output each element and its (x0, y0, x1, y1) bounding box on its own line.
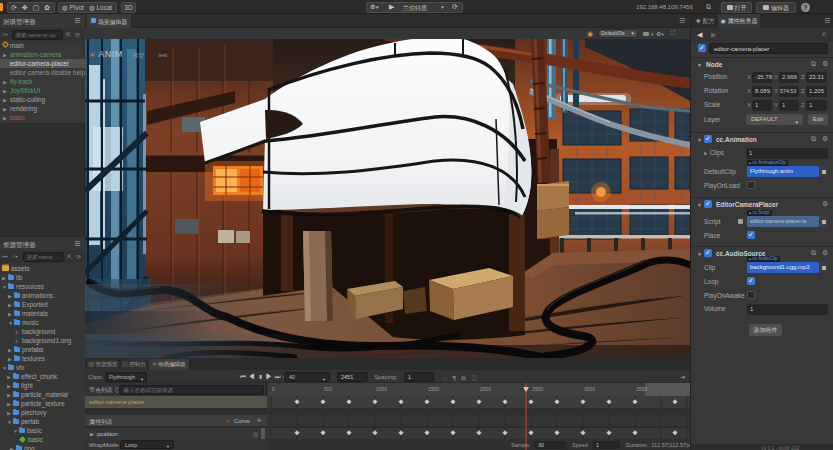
svg-text:Speed: Speed (572, 442, 588, 448)
svg-text:500: 500 (324, 386, 333, 392)
svg-text:3000: 3000 (584, 386, 595, 392)
svg-text:30: 30 (538, 442, 544, 448)
svg-text:1000: 1000 (376, 386, 387, 392)
svg-text:1500: 1500 (428, 386, 439, 392)
svg-text:1: 1 (596, 442, 599, 448)
svg-text:2000: 2000 (480, 386, 491, 392)
svg-text:3500: 3500 (636, 386, 647, 392)
svg-text:0: 0 (272, 386, 275, 392)
svg-text:Duration : 112.57(112.57)s: Duration : 112.57(112.57)s (626, 442, 690, 448)
svg-text:Sample: Sample (511, 442, 530, 448)
svg-text:2500: 2500 (532, 386, 543, 392)
